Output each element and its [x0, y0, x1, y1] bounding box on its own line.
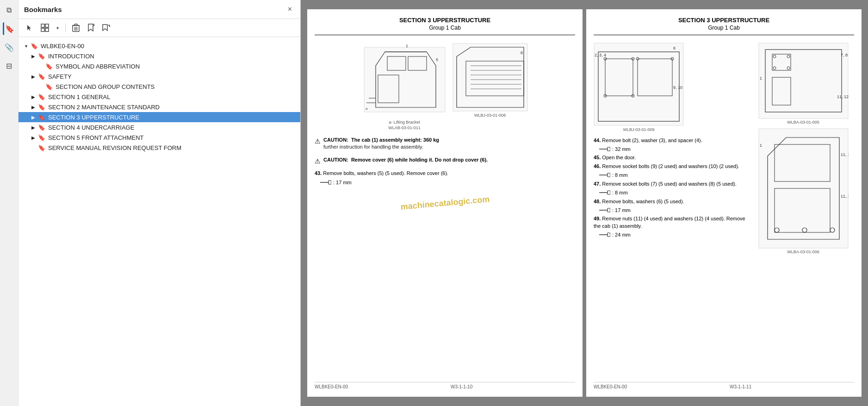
tree-item-section1[interactable]: ▶ 🔖 SECTION 1 GENERAL [19, 92, 300, 102]
wrench-icon-46 [599, 172, 610, 178]
step-48-wrench: : 17 mm [599, 206, 748, 214]
tree-item-section3[interactable]: ▶ 🔖 SECTION 3 UPPERSTRUCTURE [19, 112, 300, 122]
svg-rect-39 [594, 43, 683, 125]
right-svg-small: 7, 8 1 11, 12 [758, 43, 849, 119]
close-button[interactable]: × [285, 4, 295, 15]
tree-item-safety[interactable]: ▶ 🔖 SAFETY [19, 71, 300, 81]
root-label: WLBKE0-EN-00 [41, 43, 84, 50]
section4-label: SECTION 4 UNDERCARRIAGE [48, 124, 134, 131]
caution1-text: CAUTION: The cab (1) assembly weight: 36… [323, 137, 439, 151]
tree-item-section-group[interactable]: 🔖 SECTION AND GROUP CONTENTS [19, 81, 300, 92]
wrench-icon-44 [599, 146, 610, 152]
layers-icon[interactable]: ⊟ [3, 59, 16, 72]
instructions-column: 2, 3, 4 6 9, 10 WLBJ-03-01-009 44. Remov… [594, 43, 748, 382]
cab-diagram-1: 1 5 a a- Lifting Bracket WLAB-03-01-011 [362, 43, 447, 130]
right-diag1-code: WLBJ-03-01-009 [623, 127, 654, 133]
tree-item-service-manual[interactable]: 🔖 SERVICE MANUAL REVISION REQUEST FORM [19, 143, 300, 153]
step-49-wrench: : 24 mm [599, 231, 748, 239]
svg-text:11, 12: 11, 12 [837, 94, 849, 99]
tree-item-introduction[interactable]: ▶ 🔖 INTRODUCTION [19, 51, 300, 61]
svg-rect-1 [45, 24, 49, 27]
bookmark-safety-icon: 🔖 [38, 73, 45, 80]
svg-text:6: 6 [521, 50, 523, 55]
svg-text:a: a [366, 106, 368, 111]
step-43-num: 43. [315, 170, 322, 176]
page-left-section-title: SECTION 3 UPPERSTRUCTURE [315, 17, 575, 24]
svg-rect-59 [608, 208, 610, 212]
step-44-wrench: : 32 mm [599, 145, 748, 153]
step-43-wrench: : 17 mm [320, 180, 575, 185]
caution1-icon: ⚠ [315, 137, 321, 146]
view-options-button[interactable] [38, 22, 52, 34]
step-43-text: Remove bolts, washers (5) (5 used). Remo… [323, 170, 448, 176]
right-svg-1: 2, 3, 4 6 9, 10 [594, 43, 684, 126]
bookmark-section3-icon: 🔖 [38, 113, 45, 121]
bookmarks-icon[interactable]: 🔖 [3, 22, 16, 35]
step-46: 46. Remove socket bolts (9) (2 used) and… [594, 163, 748, 170]
tree-item-section5[interactable]: ▶ 🔖 SECTION 5 FRONT ATTACHMENT [19, 132, 300, 143]
safety-label: SAFETY [48, 73, 72, 80]
step-48: 48. Remove bolts, washers (6) (5 used). [594, 198, 748, 205]
bookmark-section1-icon: 🔖 [38, 93, 45, 100]
expand-section3-icon: ▶ [30, 113, 37, 121]
dropdown-button[interactable]: ▾ [54, 24, 62, 32]
cursor-button[interactable] [23, 22, 36, 33]
page-left-footer: WLBKE0-EN-00 W3-1-1-10 [315, 382, 575, 389]
step-43-wrench-size: : 17 mm [333, 180, 352, 185]
svg-text:11, 12: 11, 12 [841, 194, 849, 199]
bookmarks-header: Bookmarks × [19, 0, 300, 19]
bookmark-service-manual-icon: 🔖 [38, 144, 45, 151]
page-left-divider [315, 35, 575, 35]
page-right-group-title: Group 1 Cab [594, 25, 854, 31]
step-44: 44. Remove bolt (2), washer (3), and spa… [594, 137, 748, 144]
page-right-footer: WLBKE0-EN-00 W3-1-1-11 [594, 382, 854, 389]
expand-section1-icon: ▶ [30, 93, 37, 100]
watermark-left: machinecatalogic.com [400, 194, 490, 212]
svg-text:5: 5 [436, 57, 438, 62]
right-svg-large: 11, 12 11, 12 1 [758, 128, 849, 249]
step-47-wrench: : 8 mm [599, 189, 748, 197]
tree-item-section2[interactable]: ▶ 🔖 SECTION 2 MAINTENANCE STANDARD [19, 102, 300, 112]
page-left-group-title: Group 1 Cab [315, 25, 575, 31]
caution-2: ⚠ CAUTION: Remove cover (6) while holdin… [315, 156, 575, 166]
footer-left-page: W3-1-1-10 [451, 384, 472, 389]
wrench-icon-49 [599, 232, 610, 237]
right-diag-small: 7, 8 1 11, 12 WLBA-03-01-005 [758, 43, 849, 125]
step-46-wrench: : 8 mm [599, 171, 748, 179]
attachments-icon[interactable]: 📎 [3, 41, 16, 54]
expand-introduction-icon: ▶ [30, 52, 37, 60]
bookmarks-title: Bookmarks [24, 6, 62, 13]
svg-text:2, 3, 4: 2, 3, 4 [595, 53, 606, 57]
add-bookmark-button[interactable] [84, 22, 97, 34]
expand-section-group-icon [37, 83, 44, 90]
bookmarks-toolbar: ▾ [19, 19, 300, 37]
footer-right-doc: WLBKE0-EN-00 [594, 384, 627, 389]
expand-symbol-icon [37, 62, 44, 70]
svg-text:7, 8: 7, 8 [841, 53, 848, 57]
diag1-label: a- Lifting Bracket [389, 120, 420, 125]
diag2-code: WLBJ-03-01-008 [474, 113, 506, 118]
step-43: 43. Remove bolts, washers (5) (5 used). … [315, 170, 575, 177]
properties-button[interactable] [99, 22, 113, 33]
tree-root[interactable]: ▾ 🔖 WLBKE0-EN-00 [19, 41, 300, 51]
bookmark-section5-icon: 🔖 [38, 134, 45, 141]
page-right-body: 2, 3, 4 6 9, 10 WLBJ-03-01-009 44. Remov… [594, 43, 854, 382]
side-diagrams-column: 7, 8 1 11, 12 WLBA-03-01-005 [752, 43, 854, 382]
main-content: SECTION 3 UPPERSTRUCTURE Group 1 Cab [301, 0, 868, 406]
page-left-header: SECTION 3 UPPERSTRUCTURE Group 1 Cab [315, 17, 575, 39]
expand-service-manual-icon [30, 144, 37, 151]
delete-button[interactable] [69, 22, 82, 34]
pages-icon[interactable]: ⧉ [3, 4, 16, 17]
tree-item-symbol[interactable]: 🔖 SYMBOL AND ABBREVIATION [19, 61, 300, 71]
bookmark-section-group-icon: 🔖 [45, 83, 53, 90]
cab-diagram-2: 6 WLBJ-03-01-008 [452, 43, 528, 118]
diag1-code: WLAB-03-01-011 [388, 125, 421, 130]
svg-text:11, 12: 11, 12 [841, 152, 849, 157]
step-49: 49. Remove nuts (11) (4 used) and washer… [594, 215, 748, 230]
expand-section4-icon: ▶ [30, 124, 37, 131]
tree-item-section4[interactable]: ▶ 🔖 SECTION 4 UNDERCARRIAGE [19, 122, 300, 132]
caution2-text: CAUTION: Remove cover (6) while holding … [323, 156, 488, 163]
svg-text:1: 1 [760, 76, 762, 81]
section1-label: SECTION 1 GENERAL [48, 94, 110, 100]
page-right: SECTION 3 UPPERSTRUCTURE Group 1 Cab [586, 9, 862, 397]
